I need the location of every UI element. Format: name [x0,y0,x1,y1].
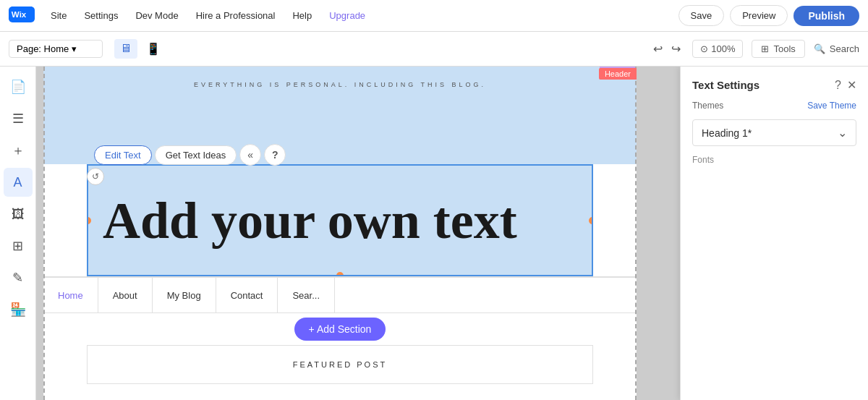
nav-upgrade[interactable]: Upgrade [322,7,373,24]
device-icons: 🖥 📱 [114,39,166,59]
page-label: Page: Home [17,43,69,54]
nav-hire[interactable]: Hire a Professional [189,7,283,24]
header-badge: Header [599,68,637,80]
nav-myblog[interactable]: My Blog [153,278,216,312]
preview-button[interactable]: Preview [730,5,788,26]
fonts-label: Fonts [692,155,856,165]
heading-label: Heading 1* [702,127,752,139]
panel-help-button[interactable]: ? [835,78,841,92]
main-text[interactable]: Add your own text [103,195,517,247]
blog-header-text: EVERYTHING IS PERSONAL. INCLUDING THIS B… [58,75,622,88]
redo-button[interactable]: ↪ [668,39,684,59]
panel-close-button[interactable]: ✕ [847,78,856,92]
featured-post: FEATURED POST [87,345,593,384]
mobile-icon[interactable]: 📱 [140,39,166,59]
left-sidebar: 📄 ☰ ＋ A 🖼 ⊞ ✎ 🏪 [0,67,36,400]
edit-text-button[interactable]: Edit Text [94,145,152,165]
white-page: Header EVERYTHING IS PERSONAL. INCLUDING… [43,67,637,400]
zoom-icon: ⊙ [700,43,708,54]
desktop-icon[interactable]: 🖥 [114,39,137,59]
sidebar-sections-icon[interactable]: ☰ [4,104,33,133]
nav-settings[interactable]: Settings [77,7,125,24]
nav-about[interactable]: About [98,278,153,312]
get-text-ideas-button[interactable]: Get Text Ideas [155,145,237,165]
text-toolbar: Edit Text Get Text Ideas « ? [94,144,286,166]
tools-icon: ⊞ [761,43,769,54]
sidebar-text-icon[interactable]: A [4,168,33,197]
sidebar-store-icon[interactable]: 🏪 [4,295,33,324]
canvas-wrapper: Header EVERYTHING IS PERSONAL. INCLUDING… [0,67,680,400]
panel-title: Text Settings [692,79,760,91]
themes-row: Themes Save Theme [692,101,856,111]
publish-button[interactable]: Publish [793,6,859,26]
top-nav: Wix Site Settings Dev Mode Hire a Profes… [0,0,868,32]
sidebar-pages-icon[interactable]: 📄 [4,72,33,101]
heading-selector[interactable]: Heading 1* ⌄ [692,119,856,146]
panel-header-icons: ? ✕ [835,78,856,92]
nav-devmode[interactable]: Dev Mode [128,7,185,24]
nav-home[interactable]: Home [58,278,98,312]
bottom-resize-handle[interactable] [336,272,344,276]
undo-redo: ↩ ↪ [650,39,684,59]
save-button[interactable]: Save [678,5,725,26]
search-icon: 🔍 [814,43,825,54]
sidebar-add-icon[interactable]: ＋ [4,136,33,165]
tools-label: Tools [773,43,795,54]
undo-button[interactable]: ↩ [650,39,665,59]
selected-text-block[interactable]: Add your own text [87,164,593,276]
page-selector[interactable]: Page: Home ▾ [9,40,103,58]
back-button[interactable]: « [239,144,261,166]
main-area: 📄 ☰ ＋ A 🖼 ⊞ ✎ 🏪 Header EVERYTHING IS PER… [0,67,868,400]
chevron-down-icon: ▾ [72,43,77,54]
text-settings-panel: Text Settings ? ✕ Themes Save Theme Head… [680,67,868,400]
nav-help[interactable]: Help [285,7,319,24]
rotate-handle[interactable]: ↺ [87,168,104,185]
sidebar-apps-icon[interactable]: ⊞ [4,231,33,260]
sidebar-media-icon[interactable]: 🖼 [4,200,33,229]
nav-site[interactable]: Site [43,7,74,24]
search-label: Search [830,43,859,54]
sidebar-blog-icon[interactable]: ✎ [4,263,33,292]
panel-header: Text Settings ? ✕ [692,78,856,92]
svg-text:Wix: Wix [12,10,27,19]
nav-contact[interactable]: Contact [216,278,278,312]
site-nav: Home About My Blog Contact Sear... g Pos… [43,277,637,313]
zoom-display[interactable]: ⊙ 100% [692,40,743,58]
tools-button[interactable]: ⊞ Tools [752,40,804,58]
add-section-button[interactable]: + Add Section [294,318,386,341]
search-button[interactable]: 🔍 Search [814,43,859,54]
themes-label: Themes [692,101,723,111]
zoom-level: 100% [711,43,735,54]
wix-logo: Wix [9,7,35,25]
nav-search[interactable]: Sear... [278,278,335,312]
chevron-down-icon: ⌄ [838,126,847,140]
help-button[interactable]: ? [264,144,286,166]
second-toolbar: Page: Home ▾ 🖥 📱 ↩ ↪ ⊙ 100% ⊞ Tools 🔍 Se… [0,32,868,67]
save-theme-link[interactable]: Save Theme [807,101,856,111]
